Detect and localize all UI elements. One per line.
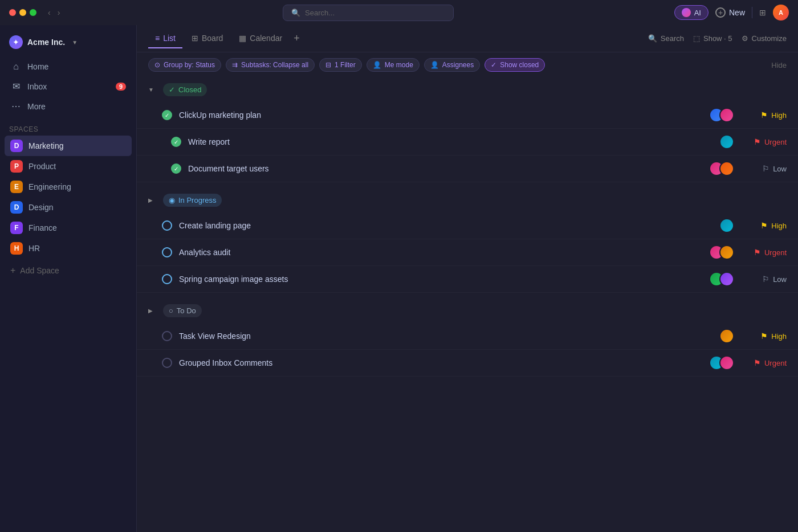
filter-pill[interactable]: ⊟ 1 Filter [319,58,362,72]
sidebar-item-home[interactable]: ⌂ Home [5,57,132,76]
toolbar: ⊙ Group by: Status ⇉ Subtasks: Collapse … [137,52,798,77]
flag-icon: ⚑ [760,111,768,120]
task-name: Task View Redesign [179,332,712,341]
task-row[interactable]: ⠿ Analytics audit ⚑ Urgent [137,239,798,266]
priority-indicator: ⚑ Urgent [741,137,787,146]
sidebar-nav: ⌂ Home ✉ Inbox 9 ⋯ More [0,55,136,118]
tab-board[interactable]: ⊞ Board [185,29,230,48]
new-label: New [729,8,745,17]
task-row[interactable]: ⠿ Create landing page ⚑ High [137,212,798,239]
add-space-label: Add Space [20,266,59,275]
back-button[interactable]: ‹ [46,7,53,18]
task-row[interactable]: ✓ Write report ⚑ Urgent [137,129,798,155]
task-row[interactable]: ⠿ Grouped Inbox Comments ⚑ Urgent [137,350,798,377]
avatar [719,329,734,343]
tab-calendar[interactable]: ▦ Calendar [232,29,289,48]
task-row[interactable]: ⠿ Spring campaign image assets ⚐ Low [137,266,798,293]
group-header-in-progress[interactable]: ▶ ◉ In Progress [137,188,798,212]
product-space-icon: P [10,160,23,173]
group-header-todo[interactable]: ▶ ○ To Do [137,298,798,323]
group-header-closed[interactable]: ▼ ✓ Closed [137,77,798,102]
flag-icon: ⚐ [762,275,769,284]
show-closed-icon: ✓ [491,61,496,69]
sidebar-item-design[interactable]: D Design [5,197,132,218]
task-status-in-progress[interactable] [162,274,172,284]
tab-list[interactable]: ≡ List [148,29,182,48]
avatar [719,108,734,122]
closed-group-badge: ✓ Closed [163,83,207,96]
workspace-name: Acme Inc. [27,38,65,47]
avatar [719,245,734,260]
show-closed-pill[interactable]: ✓ Show closed [484,58,545,72]
add-space-button[interactable]: + Add Space [0,261,136,280]
ai-icon [682,8,691,17]
sidebar-item-marketing[interactable]: D Marketing [5,136,132,156]
sidebar-item-engineering[interactable]: E Engineering [5,177,132,197]
calendar-tab-label: Calendar [250,34,282,43]
hide-button[interactable]: Hide [771,61,787,69]
search-action[interactable]: 🔍 Search [648,34,684,43]
new-button[interactable]: + New [715,7,745,18]
task-status-closed[interactable]: ✓ [162,110,172,120]
maximize-window[interactable] [30,9,36,16]
task-row[interactable]: ✓ Document target users ⚐ Low [137,155,798,182]
ai-button[interactable]: AI [674,5,709,20]
search-placeholder: Search... [305,9,335,17]
priority-indicator: ⚑ Urgent [741,248,787,257]
task-status-in-progress[interactable] [162,247,172,257]
group-by-label: Group by: Status [164,61,215,69]
priority-label: High [771,332,787,341]
task-name: Grouped Inbox Comments [179,358,702,367]
customize-label: Customize [752,34,787,43]
task-avatars [709,272,730,287]
checkmark-icon: ✓ [174,139,178,145]
subtasks-pill[interactable]: ⇉ Subtasks: Collapse all [226,58,315,72]
board-icon: ⊞ [192,34,198,43]
subtasks-icon: ⇉ [232,61,238,69]
assignees-pill[interactable]: 👤 Assignees [424,58,480,72]
flag-icon: ⚑ [754,137,761,146]
task-status-todo[interactable] [162,358,172,368]
customize-icon: ⚙ [742,34,748,43]
sidebar-item-hr[interactable]: H HR [5,238,132,259]
product-label: Product [28,162,56,171]
more-label: More [27,102,46,111]
sidebar-item-more[interactable]: ⋯ More [5,96,132,116]
forward-button[interactable]: › [55,7,63,18]
apps-grid-icon[interactable]: ⊞ [759,8,766,17]
task-status-closed[interactable]: ✓ [171,137,181,147]
show-action[interactable]: ⬚ Show · 5 [693,34,732,43]
priority-label: Urgent [764,359,787,367]
task-avatars [709,161,730,176]
global-search[interactable]: 🔍 Search... [283,5,454,21]
task-row[interactable]: ⠿ ✓ ClickUp marketing plan ⚑ High [137,102,798,129]
sidebar-item-inbox[interactable]: ✉ Inbox 9 [5,76,132,96]
todo-status-icon: ○ [169,306,173,315]
group-by-pill[interactable]: ⊙ Group by: Status [148,58,221,72]
workspace-switcher[interactable]: ✦ Acme Inc. ▼ [0,30,136,55]
user-avatar[interactable]: A [773,5,789,21]
priority-indicator: ⚑ High [741,332,787,341]
task-status-in-progress[interactable] [162,220,172,231]
sidebar-item-product[interactable]: P Product [5,156,132,177]
customize-action[interactable]: ⚙ Customize [742,34,787,43]
minimize-window[interactable] [19,9,26,16]
list-tab-label: List [163,34,176,43]
closed-status-icon: ✓ [169,85,175,94]
task-avatars [719,134,730,149]
list-icon: ≡ [155,34,160,43]
task-status-todo[interactable] [162,331,172,341]
home-icon: ⌂ [10,62,22,72]
close-window[interactable] [9,9,16,16]
hr-space-icon: H [10,242,23,255]
me-mode-pill[interactable]: 👤 Me mode [367,58,420,72]
task-status-closed[interactable]: ✓ [171,163,181,174]
topbar-right: + New ⊞ A [715,5,789,21]
flag-icon: ⚑ [754,358,761,367]
closed-group-label: Closed [178,85,201,94]
sidebar-item-finance[interactable]: F Finance [5,218,132,238]
add-view-button[interactable]: + [294,32,300,44]
checkmark-icon: ✓ [165,112,169,118]
nav-arrows: ‹ › [46,7,62,18]
task-row[interactable]: ⠿ Task View Redesign ⚑ High [137,323,798,350]
